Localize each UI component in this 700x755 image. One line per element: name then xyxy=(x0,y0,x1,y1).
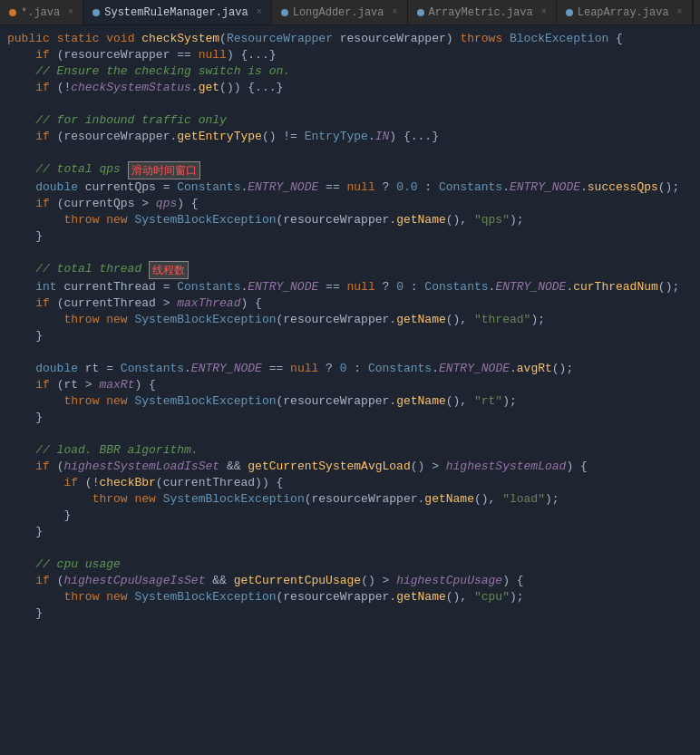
code-line-blank5 xyxy=(0,426,700,442)
code-line-22: if (highestSystemLoadIsSet && getCurrent… xyxy=(0,459,700,475)
code-line-28: if (highestCpuUsageIsSet && getCurrentCp… xyxy=(0,573,700,589)
tab-java[interactable]: *.java × xyxy=(0,0,83,24)
code-line-12: // total thread 线程数 xyxy=(0,261,700,279)
code-line-blank3 xyxy=(0,245,700,261)
tooltip-thread-count: 线程数 xyxy=(149,261,189,279)
tab-label-2: LongAdder.java xyxy=(293,6,384,19)
tab-close-active[interactable]: × xyxy=(257,7,262,17)
code-line-21: // load. BBR algorithm. xyxy=(0,442,700,459)
code-line-blank4 xyxy=(0,344,700,361)
tab-dot xyxy=(9,9,16,16)
tab-label-3: ArrayMetric.java xyxy=(429,6,533,19)
code-line-23: if (!checkBbr(currentThread)) { xyxy=(0,475,700,491)
code-line-25: } xyxy=(0,508,700,524)
code-line-24: throw new SystemBlockException(resourceW… xyxy=(0,491,700,508)
tab-array-metric[interactable]: ArrayMetric.java × xyxy=(408,0,557,24)
tab-dot-active xyxy=(92,9,100,16)
tab-label-active: SystemRuleManager.java xyxy=(104,6,248,19)
tab-dot-4 xyxy=(566,9,573,16)
code-line-1: public static void checkSystem(ResourceW… xyxy=(0,31,700,47)
tab-close-4[interactable]: × xyxy=(677,7,683,17)
code-line-11: } xyxy=(0,228,700,245)
tab-label-4: LeapArray.java xyxy=(578,6,669,19)
tab-long-adder[interactable]: LongAdder.java × xyxy=(272,0,408,24)
tab-close-3[interactable]: × xyxy=(541,7,547,17)
code-line-5: // for inbound traffic only xyxy=(0,112,700,129)
code-line-9: if (currentQps > qps) { xyxy=(0,196,700,212)
tab-close[interactable]: × xyxy=(68,7,73,17)
code-line-19: throw new SystemBlockException(resourceW… xyxy=(0,393,700,410)
tab-dot-3 xyxy=(417,9,424,16)
code-line-3: // Ensure the checking switch is on. xyxy=(0,63,700,80)
code-line-26: } xyxy=(0,524,700,540)
tab-label: *.java xyxy=(21,6,60,19)
code-line-blank2 xyxy=(0,145,700,161)
code-line-20: } xyxy=(0,410,700,426)
code-line-blank6 xyxy=(0,540,700,557)
code-line-4: if (!checkSystemStatus.get()) {...} xyxy=(0,80,700,96)
tab-close-2[interactable]: × xyxy=(393,7,398,17)
code-line-8: double currentQps = Constants.ENTRY_NODE… xyxy=(0,179,700,196)
tab-leap-array[interactable]: LeapArray.java × xyxy=(557,0,693,24)
code-line-10: throw new SystemBlockException(resourceW… xyxy=(0,212,700,228)
tab-metric[interactable]: Metric.java × xyxy=(693,0,700,24)
code-line-29: throw new SystemBlockException(resourceW… xyxy=(0,589,700,605)
code-line-16: } xyxy=(0,328,700,344)
code-line-2: if (resourceWrapper == null) {...} xyxy=(0,47,700,63)
code-line-18: if (rt > maxRt) { xyxy=(0,377,700,393)
code-line-6: if (resourceWrapper.getEntryType() != En… xyxy=(0,129,700,145)
code-line-13: int currentThread = Constants.ENTRY_NODE… xyxy=(0,279,700,295)
code-line-14: if (currentThread > maxThread) { xyxy=(0,295,700,312)
code-line-30: } xyxy=(0,605,700,622)
code-line-7: // total qps 滑动时间窗口 xyxy=(0,161,700,179)
tooltip-sliding-window: 滑动时间窗口 xyxy=(128,161,200,179)
tab-bar: *.java × SystemRuleManager.java × LongAd… xyxy=(0,0,700,25)
tab-dot-2 xyxy=(281,9,288,16)
code-line-15: throw new SystemBlockException(resourceW… xyxy=(0,312,700,328)
code-line-17: double rt = Constants.ENTRY_NODE == null… xyxy=(0,361,700,377)
code-line-blank1 xyxy=(0,96,700,112)
tab-system-rule-manager[interactable]: SystemRuleManager.java × xyxy=(83,0,271,24)
code-line-27: // cpu usage xyxy=(0,557,700,573)
code-area: public static void checkSystem(ResourceW… xyxy=(0,25,700,755)
